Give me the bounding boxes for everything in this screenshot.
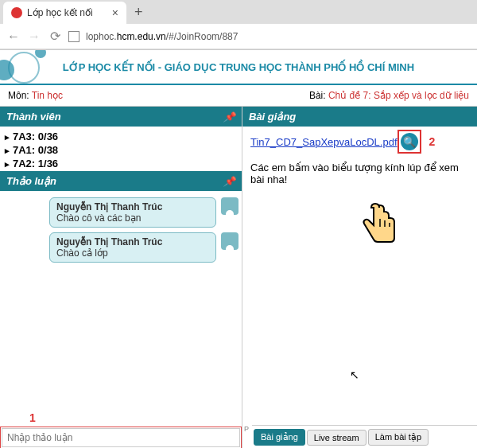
lecture-body: Tin7_CD7_SapXepvaLocDL.pdf 🔍 2 Các em bấ… [242,127,477,425]
members-list: 7A3: 0/36 7A1: 0/38 7A2: 1/36 [0,127,242,171]
lecture-instruction: Các em bấm vào biểu tượng kính lúp để xe… [250,162,469,185]
discussion-area: Nguyễn Thị Thanh Trúc Chào cô và các bạn… [0,191,242,427]
favicon-icon [11,7,22,18]
site-info-icon[interactable] [68,31,80,42]
pin-icon[interactable]: 📌 [223,111,235,123]
url-display[interactable]: lophoc.hcm.edu.vn/#/JoinRoom/887 [86,31,238,42]
chat-row: Nguyễn Thị Thanh Trúc Chào cô và các bạn [3,197,238,228]
back-button[interactable]: ← [6,29,21,44]
member-item[interactable]: 7A2: 1/36 [2,157,240,170]
tab-exercise[interactable]: Làm bài tập [368,429,429,446]
member-item[interactable]: 7A1: 0/38 [2,143,240,157]
browser-tab[interactable]: Lớp học kết nối × [3,2,126,24]
zoom-button[interactable]: 🔍 [401,133,418,150]
site-banner: LỚP HỌC KẾT NỐI - GIÁO DỤC TRUNG HỌC THÀ… [0,50,477,85]
lecture-file-link[interactable]: Tin7_CD7_SapXepvaLocDL.pdf [250,136,398,148]
lecture-header: Bài giảng [242,107,477,127]
pin-icon[interactable]: 📌 [223,176,235,187]
callout-2: 2 [429,135,436,148]
tab-livestream[interactable]: Live stream [307,430,366,446]
avatar-icon [221,232,238,250]
callout-2-frame [398,130,421,154]
new-tab-button[interactable]: + [126,4,151,21]
chat-row: Nguyễn Thị Thanh Trúc Chào cả lớp [3,232,238,263]
chat-bubble: Nguyễn Thị Thanh Trúc Chào cô và các bạn [49,197,216,228]
chat-input[interactable] [2,428,240,447]
banner-title: LỚP HỌC KẾT NỐI - GIÁO DỤC TRUNG HỌC THÀ… [63,61,414,73]
tab-lecture[interactable]: Bài giảng [254,429,305,446]
banner-decoration [0,50,64,84]
close-icon[interactable]: × [112,6,118,19]
tab-bar: Lớp học kết nối × + [0,0,477,24]
avatar-icon [221,197,238,215]
p-indicator: P [242,425,252,433]
tab-title: Lớp học kết nối [27,7,93,18]
members-header: Thành viên 📌 [0,107,242,127]
reload-button[interactable]: ⟳ [48,29,62,44]
lesson-info: Bài: Chủ đề 7: Sắp xếp và lọc dữ liệu [309,90,469,101]
forward-button[interactable]: → [27,29,41,44]
bottom-tabs: Bài giảng Live stream Làm bài tập [252,425,477,448]
info-row: Môn: Tin học Bài: Chủ đề 7: Sắp xếp và l… [0,85,477,107]
member-item[interactable]: 7A3: 0/36 [2,130,240,143]
callout-1: 1 [29,411,36,424]
discussion-header: Thảo luận 📌 [0,171,242,191]
chat-input-highlight: 1 [0,427,242,448]
subject-info: Môn: Tin học [8,90,63,101]
chat-bubble: Nguyễn Thị Thanh Trúc Chào cả lớp [49,232,216,263]
address-bar: ← → ⟳ lophoc.hcm.edu.vn/#/JoinRoom/887 [0,24,477,49]
